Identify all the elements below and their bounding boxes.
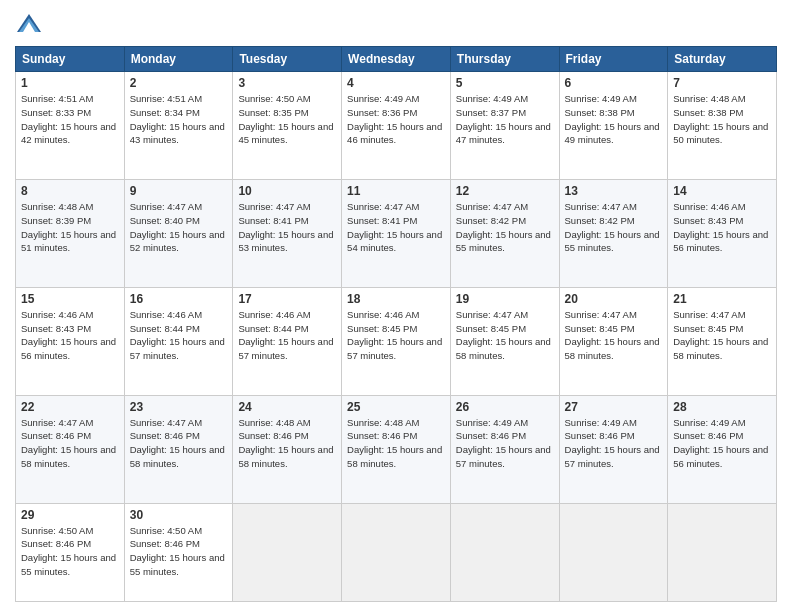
day-number: 8 — [21, 184, 119, 198]
day-number: 21 — [673, 292, 771, 306]
day-info: Sunrise: 4:48 AMSunset: 8:39 PMDaylight:… — [21, 201, 116, 253]
table-row — [342, 503, 451, 601]
day-number: 15 — [21, 292, 119, 306]
day-info: Sunrise: 4:50 AMSunset: 8:46 PMDaylight:… — [21, 525, 116, 577]
logo-icon — [15, 10, 43, 38]
day-info: Sunrise: 4:46 AMSunset: 8:43 PMDaylight:… — [673, 201, 768, 253]
table-row: 8Sunrise: 4:48 AMSunset: 8:39 PMDaylight… — [16, 179, 125, 287]
col-sunday: Sunday — [16, 47, 125, 72]
table-row: 11Sunrise: 4:47 AMSunset: 8:41 PMDayligh… — [342, 179, 451, 287]
day-number: 1 — [21, 76, 119, 90]
table-row: 17Sunrise: 4:46 AMSunset: 8:44 PMDayligh… — [233, 287, 342, 395]
day-number: 29 — [21, 508, 119, 522]
table-row — [668, 503, 777, 601]
table-row: 30Sunrise: 4:50 AMSunset: 8:46 PMDayligh… — [124, 503, 233, 601]
logo — [15, 10, 47, 38]
table-row: 6Sunrise: 4:49 AMSunset: 8:38 PMDaylight… — [559, 72, 668, 180]
day-number: 30 — [130, 508, 228, 522]
calendar-header: Sunday Monday Tuesday Wednesday Thursday… — [16, 47, 777, 72]
day-info: Sunrise: 4:47 AMSunset: 8:46 PMDaylight:… — [21, 417, 116, 469]
day-info: Sunrise: 4:48 AMSunset: 8:46 PMDaylight:… — [238, 417, 333, 469]
table-row — [559, 503, 668, 601]
table-row: 5Sunrise: 4:49 AMSunset: 8:37 PMDaylight… — [450, 72, 559, 180]
table-row: 20Sunrise: 4:47 AMSunset: 8:45 PMDayligh… — [559, 287, 668, 395]
day-number: 16 — [130, 292, 228, 306]
page: Sunday Monday Tuesday Wednesday Thursday… — [0, 0, 792, 612]
day-number: 18 — [347, 292, 445, 306]
day-info: Sunrise: 4:49 AMSunset: 8:36 PMDaylight:… — [347, 93, 442, 145]
table-row: 26Sunrise: 4:49 AMSunset: 8:46 PMDayligh… — [450, 395, 559, 503]
day-info: Sunrise: 4:46 AMSunset: 8:45 PMDaylight:… — [347, 309, 442, 361]
day-info: Sunrise: 4:50 AMSunset: 8:46 PMDaylight:… — [130, 525, 225, 577]
table-row: 15Sunrise: 4:46 AMSunset: 8:43 PMDayligh… — [16, 287, 125, 395]
table-row: 14Sunrise: 4:46 AMSunset: 8:43 PMDayligh… — [668, 179, 777, 287]
day-info: Sunrise: 4:48 AMSunset: 8:38 PMDaylight:… — [673, 93, 768, 145]
day-number: 20 — [565, 292, 663, 306]
day-number: 22 — [21, 400, 119, 414]
calendar: Sunday Monday Tuesday Wednesday Thursday… — [15, 46, 777, 602]
day-number: 19 — [456, 292, 554, 306]
day-info: Sunrise: 4:49 AMSunset: 8:37 PMDaylight:… — [456, 93, 551, 145]
day-info: Sunrise: 4:49 AMSunset: 8:46 PMDaylight:… — [673, 417, 768, 469]
header — [15, 10, 777, 38]
table-row: 22Sunrise: 4:47 AMSunset: 8:46 PMDayligh… — [16, 395, 125, 503]
col-friday: Friday — [559, 47, 668, 72]
table-row: 3Sunrise: 4:50 AMSunset: 8:35 PMDaylight… — [233, 72, 342, 180]
day-info: Sunrise: 4:47 AMSunset: 8:41 PMDaylight:… — [238, 201, 333, 253]
day-info: Sunrise: 4:47 AMSunset: 8:45 PMDaylight:… — [673, 309, 768, 361]
day-number: 13 — [565, 184, 663, 198]
day-number: 25 — [347, 400, 445, 414]
table-row: 21Sunrise: 4:47 AMSunset: 8:45 PMDayligh… — [668, 287, 777, 395]
day-number: 4 — [347, 76, 445, 90]
col-wednesday: Wednesday — [342, 47, 451, 72]
day-number: 17 — [238, 292, 336, 306]
day-info: Sunrise: 4:47 AMSunset: 8:40 PMDaylight:… — [130, 201, 225, 253]
day-info: Sunrise: 4:47 AMSunset: 8:41 PMDaylight:… — [347, 201, 442, 253]
day-info: Sunrise: 4:47 AMSunset: 8:45 PMDaylight:… — [456, 309, 551, 361]
day-number: 27 — [565, 400, 663, 414]
table-row: 10Sunrise: 4:47 AMSunset: 8:41 PMDayligh… — [233, 179, 342, 287]
table-row: 18Sunrise: 4:46 AMSunset: 8:45 PMDayligh… — [342, 287, 451, 395]
day-info: Sunrise: 4:49 AMSunset: 8:46 PMDaylight:… — [456, 417, 551, 469]
day-number: 3 — [238, 76, 336, 90]
day-number: 28 — [673, 400, 771, 414]
day-info: Sunrise: 4:46 AMSunset: 8:44 PMDaylight:… — [130, 309, 225, 361]
table-row: 4Sunrise: 4:49 AMSunset: 8:36 PMDaylight… — [342, 72, 451, 180]
day-number: 10 — [238, 184, 336, 198]
table-row: 25Sunrise: 4:48 AMSunset: 8:46 PMDayligh… — [342, 395, 451, 503]
day-info: Sunrise: 4:47 AMSunset: 8:42 PMDaylight:… — [565, 201, 660, 253]
day-info: Sunrise: 4:47 AMSunset: 8:45 PMDaylight:… — [565, 309, 660, 361]
day-info: Sunrise: 4:49 AMSunset: 8:38 PMDaylight:… — [565, 93, 660, 145]
table-row: 2Sunrise: 4:51 AMSunset: 8:34 PMDaylight… — [124, 72, 233, 180]
day-info: Sunrise: 4:47 AMSunset: 8:46 PMDaylight:… — [130, 417, 225, 469]
day-number: 26 — [456, 400, 554, 414]
table-row: 1Sunrise: 4:51 AMSunset: 8:33 PMDaylight… — [16, 72, 125, 180]
table-row: 19Sunrise: 4:47 AMSunset: 8:45 PMDayligh… — [450, 287, 559, 395]
day-number: 2 — [130, 76, 228, 90]
table-row: 29Sunrise: 4:50 AMSunset: 8:46 PMDayligh… — [16, 503, 125, 601]
col-saturday: Saturday — [668, 47, 777, 72]
table-row: 23Sunrise: 4:47 AMSunset: 8:46 PMDayligh… — [124, 395, 233, 503]
day-info: Sunrise: 4:46 AMSunset: 8:44 PMDaylight:… — [238, 309, 333, 361]
day-number: 12 — [456, 184, 554, 198]
day-number: 9 — [130, 184, 228, 198]
day-number: 6 — [565, 76, 663, 90]
table-row: 7Sunrise: 4:48 AMSunset: 8:38 PMDaylight… — [668, 72, 777, 180]
day-number: 23 — [130, 400, 228, 414]
calendar-body: 1Sunrise: 4:51 AMSunset: 8:33 PMDaylight… — [16, 72, 777, 602]
day-info: Sunrise: 4:46 AMSunset: 8:43 PMDaylight:… — [21, 309, 116, 361]
table-row: 12Sunrise: 4:47 AMSunset: 8:42 PMDayligh… — [450, 179, 559, 287]
table-row: 28Sunrise: 4:49 AMSunset: 8:46 PMDayligh… — [668, 395, 777, 503]
table-row: 24Sunrise: 4:48 AMSunset: 8:46 PMDayligh… — [233, 395, 342, 503]
day-header-row: Sunday Monday Tuesday Wednesday Thursday… — [16, 47, 777, 72]
col-monday: Monday — [124, 47, 233, 72]
day-info: Sunrise: 4:48 AMSunset: 8:46 PMDaylight:… — [347, 417, 442, 469]
table-row — [450, 503, 559, 601]
table-row: 9Sunrise: 4:47 AMSunset: 8:40 PMDaylight… — [124, 179, 233, 287]
day-info: Sunrise: 4:49 AMSunset: 8:46 PMDaylight:… — [565, 417, 660, 469]
day-number: 7 — [673, 76, 771, 90]
table-row: 13Sunrise: 4:47 AMSunset: 8:42 PMDayligh… — [559, 179, 668, 287]
table-row — [233, 503, 342, 601]
col-thursday: Thursday — [450, 47, 559, 72]
day-number: 5 — [456, 76, 554, 90]
